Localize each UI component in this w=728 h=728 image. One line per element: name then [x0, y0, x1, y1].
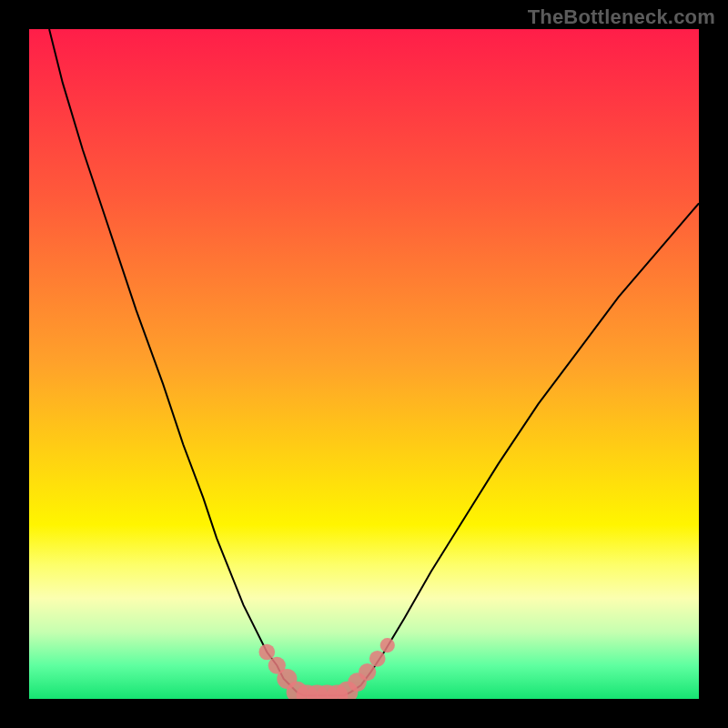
curve-marker [369, 651, 386, 667]
curve-marker [359, 663, 376, 681]
plot-area [29, 29, 699, 699]
watermark-text: TheBottleneck.com [528, 5, 715, 29]
marker-group [258, 638, 394, 699]
curve-marker [380, 638, 395, 652]
bottleneck-curve [49, 29, 699, 695]
curve-svg [29, 29, 699, 699]
chart-stage: TheBottleneck.com [0, 0, 728, 728]
curve-marker [258, 644, 275, 661]
